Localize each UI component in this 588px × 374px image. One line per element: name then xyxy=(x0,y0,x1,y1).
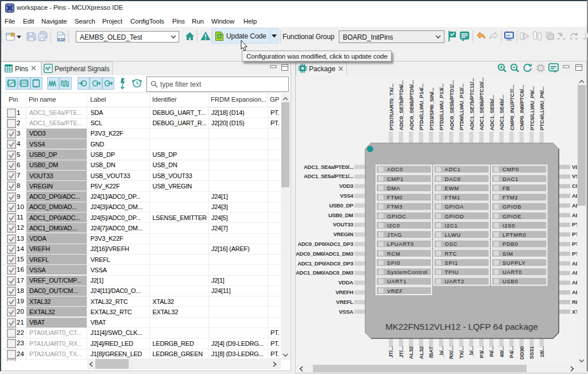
svg-text:RX/...: RX/... xyxy=(448,346,454,359)
svg-text:I2C0: I2C0 xyxy=(387,222,400,229)
svg-text:FB: FB xyxy=(502,185,510,191)
svg-text:DMA: DMA xyxy=(387,185,400,191)
svg-text:ADC1_SE4a/PTE0/...: ADC1_SE4a/PTE0/... xyxy=(304,164,353,170)
svg-text:GPIOD: GPIOD xyxy=(445,213,465,219)
svg-text:IN/...: IN/... xyxy=(488,346,494,357)
svg-text:CMP0: CMP0 xyxy=(502,166,519,172)
svg-text:I2C1: I2C1 xyxy=(445,222,458,229)
svg-text:_b/...: _b/... xyxy=(468,346,474,358)
svg-text:ADC1_SE4b/...: ADC1_SE4b/... xyxy=(498,95,505,130)
svg-text:UART2: UART2 xyxy=(445,278,465,284)
svg-text:P3/...: P3/... xyxy=(478,346,485,358)
svg-text:VDDA: VDDA xyxy=(338,279,353,286)
svg-text:ADC1_SE7b/PTC11/...: ADC1_SE7b/PTC11/... xyxy=(469,78,475,130)
svg-text:PDB0: PDB0 xyxy=(502,241,518,247)
svg-text:SIM: SIM xyxy=(502,250,513,257)
svg-text:PTC4/LLWU_P8/...: PTC4/LLWU_P8/... xyxy=(539,87,545,131)
svg-text:MK22FN512VLH12 - LQFP 64 packa: MK22FN512VLH12 - LQFP 64 package xyxy=(385,322,538,331)
svg-text:SS31: SS31 xyxy=(528,346,535,359)
svg-text:VREF: VREF xyxy=(387,288,403,294)
svg-text:VREFH: VREFH xyxy=(335,289,353,295)
svg-text:USB0_DM: USB0_DM xyxy=(328,212,354,218)
svg-text:I2S0: I2S0 xyxy=(502,222,515,229)
svg-text:AL32: AL32 xyxy=(418,346,424,359)
svg-text:ADC1_SE5a/PTE1/...: ADC1_SE5a/PTE1/... xyxy=(304,173,353,179)
svg-text:USB0: USB0 xyxy=(502,278,518,284)
svg-text:GPIOA: GPIOA xyxy=(445,203,464,210)
svg-text:UART1: UART1 xyxy=(387,278,407,284)
svg-text:DD30: DD30 xyxy=(519,346,525,360)
svg-text:LLWU: LLWU xyxy=(445,232,461,238)
svg-text:PTD7/UART0_TX/...: PTD7/UART0_TX/... xyxy=(388,84,394,130)
svg-text:VREFL: VREFL xyxy=(336,299,353,305)
svg-text:TX/...: TX/... xyxy=(458,346,465,358)
svg-text:ADC1_DP0/ADC0_DP3: ADC1_DP0/ADC0_DP3 xyxy=(297,260,353,267)
svg-text:/BAT: /BAT xyxy=(428,346,434,358)
svg-text:ADC0_DP0/ADC1_DP3: ADC0_DP0/ADC1_DP3 xyxy=(297,241,353,247)
svg-text:DAC1: DAC1 xyxy=(502,176,519,182)
svg-text:P4/...: P4/... xyxy=(508,346,514,358)
svg-text:ADC1: ADC1 xyxy=(445,166,461,172)
svg-text:FTM0: FTM0 xyxy=(387,194,403,201)
svg-text:CMP0_IN1/PTC7/...: CMP0_IN1/PTC7/... xyxy=(509,85,515,130)
svg-text:UART0: UART0 xyxy=(502,269,522,275)
svg-text:ADC0_DM0/ADC1_DM3: ADC0_DM0/ADC1_DM3 xyxy=(296,250,353,257)
svg-text:ADC0_SE5b/PTD1/...: ADC0_SE5b/PTD1/... xyxy=(448,80,455,130)
svg-text:SPI0: SPI0 xyxy=(387,260,400,266)
svg-text:ADC0_SE7b/PTD6/...: ADC0_SE7b/PTD6/... xyxy=(398,80,404,130)
svg-text:ADC1_SE6b/PTC10/...: ADC1_SE6b/PTC10/... xyxy=(478,78,485,130)
svg-text:VDD3: VDD3 xyxy=(339,183,353,189)
svg-text:JT/...: JT/... xyxy=(388,346,394,358)
svg-text:CMP1: CMP1 xyxy=(387,176,404,182)
svg-text:PTD2/LLWU_P13/...: PTD2/LLWU_P13/... xyxy=(438,84,444,130)
svg-text:40/...: 40/... xyxy=(498,346,505,357)
svg-text:18/...: 18/... xyxy=(539,346,545,357)
svg-text:PTD3/SPI0_SIN/...: PTD3/SPI0_SIN/... xyxy=(428,88,435,130)
svg-text:CMP0_IN0/PTC6/...: CMP0_IN0/PTC6/... xyxy=(519,85,525,130)
svg-text:FTM1: FTM1 xyxy=(445,194,461,201)
svg-text:RTC: RTC xyxy=(445,250,457,257)
svg-text:FTM3: FTM3 xyxy=(387,203,403,210)
svg-text:ADC1_SE5b/...: ADC1_SE5b/... xyxy=(489,95,495,130)
svg-text:ADC0_SE6b/PTD5/...: ADC0_SE6b/PTD5/... xyxy=(408,80,415,130)
svg-text:VSS4: VSS4 xyxy=(340,192,354,199)
svg-text:PTD4/LLWU_P14/...: PTD4/LLWU_P14/... xyxy=(418,84,424,130)
svg-text:OSC: OSC xyxy=(445,241,458,247)
svg-text:LPUART0: LPUART0 xyxy=(387,241,414,247)
svg-text:ADC0: ADC0 xyxy=(387,166,403,172)
svg-text:PTD0/LLWU_P12/...: PTD0/LLWU_P12/... xyxy=(458,84,465,130)
svg-text:JTAG: JTAG xyxy=(387,232,402,238)
svg-text:DAC0: DAC0 xyxy=(445,176,461,182)
svg-text:GPIOC: GPIOC xyxy=(387,213,407,219)
svg-text:JT/...: JT/... xyxy=(398,346,404,358)
svg-text:ADC1_DM0/ADC0_DM3: ADC1_DM0/ADC0_DM3 xyxy=(296,269,353,276)
svg-text:SPI1: SPI1 xyxy=(445,260,458,266)
svg-text:TPIU: TPIU xyxy=(445,269,459,275)
svg-text:LPTMR0: LPTMR0 xyxy=(502,232,526,238)
svg-text:AL32: AL32 xyxy=(408,346,414,359)
svg-text:GPIOB: GPIOB xyxy=(502,203,521,210)
svg-text:EWM: EWM xyxy=(445,185,459,191)
svg-text:VSSA: VSSA xyxy=(339,309,353,315)
svg-text:010: 010 xyxy=(57,37,65,42)
svg-text:GPIOE: GPIOE xyxy=(502,213,521,219)
svg-text:VREGIN: VREGIN xyxy=(333,231,353,237)
svg-text:USB0_DP: USB0_DP xyxy=(329,202,354,209)
svg-text:SUPPLY: SUPPLY xyxy=(502,260,526,266)
svg-text:_b/...: _b/... xyxy=(438,346,444,358)
svg-text:PTC5/LLWU_P9/...: PTC5/LLWU_P9/... xyxy=(529,87,535,131)
svg-text:RCM: RCM xyxy=(387,250,400,257)
svg-text:VOUT33: VOUT33 xyxy=(333,221,353,228)
svg-text:FTM2: FTM2 xyxy=(502,194,518,201)
svg-text:SystemControl: SystemControl xyxy=(387,269,428,275)
